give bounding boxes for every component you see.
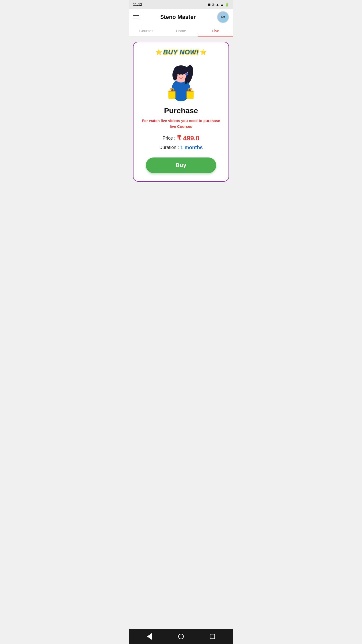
- home-button[interactable]: [176, 632, 186, 641]
- shopping-illustration: [161, 61, 201, 101]
- recent-apps-icon: [210, 634, 215, 639]
- dnd-icon: ⊘: [212, 3, 215, 7]
- svg-point-4: [172, 69, 177, 80]
- tab-bar: Courses Home Live: [129, 25, 233, 37]
- app-bar: Steno Master SM: [129, 9, 233, 25]
- svg-point-7: [177, 75, 180, 78]
- svg-point-6: [185, 73, 188, 75]
- price-value: ₹ 499.0: [177, 134, 199, 142]
- purchase-title: Purchase: [164, 106, 198, 115]
- buy-now-text: BUY NOW!: [163, 48, 199, 56]
- avatar[interactable]: SM: [217, 11, 229, 23]
- app-title: Steno Master: [160, 14, 196, 20]
- buy-button[interactable]: Buy: [146, 157, 216, 173]
- purchase-description: For watch live videos you need to purcha…: [139, 118, 223, 129]
- hamburger-menu-icon[interactable]: [133, 15, 139, 19]
- star-left-icon: ⭐: [155, 49, 162, 56]
- duration-row: Duration : 1 months: [159, 145, 203, 150]
- duration-label: Duration :: [159, 145, 179, 150]
- home-icon: [178, 634, 184, 639]
- tab-live[interactable]: Live: [198, 25, 233, 36]
- tab-home[interactable]: Home: [164, 25, 198, 36]
- sim-icon: ▣: [207, 3, 211, 7]
- price-row: Price : ₹ 499.0: [163, 134, 199, 142]
- buy-now-banner: ⭐ BUY NOW! ⭐: [155, 48, 207, 56]
- recent-apps-button[interactable]: [208, 632, 217, 641]
- duration-value: 1 months: [180, 145, 203, 150]
- status-bar: 11:12 ▣ ⊘ ▲ ▲ 🔋: [129, 0, 233, 9]
- wifi-icon: ▲: [216, 3, 219, 7]
- svg-rect-14: [187, 91, 194, 92]
- main-content: ⭐ BUY NOW! ⭐: [129, 37, 233, 629]
- status-time: 11:12: [133, 3, 142, 7]
- girl-svg: [161, 61, 201, 101]
- purchase-card: ⭐ BUY NOW! ⭐: [133, 42, 229, 182]
- back-button[interactable]: [145, 631, 154, 642]
- status-icons: ▣ ⊘ ▲ ▲ 🔋: [207, 3, 229, 7]
- battery-icon: 🔋: [225, 3, 229, 7]
- star-right-icon: ⭐: [200, 49, 207, 56]
- svg-point-8: [182, 75, 185, 78]
- bottom-nav: [129, 629, 233, 644]
- back-icon: [147, 633, 152, 640]
- tab-courses[interactable]: Courses: [129, 25, 164, 36]
- price-label: Price :: [163, 136, 175, 141]
- signal-icon: ▲: [220, 3, 224, 7]
- svg-rect-12: [168, 91, 175, 92]
